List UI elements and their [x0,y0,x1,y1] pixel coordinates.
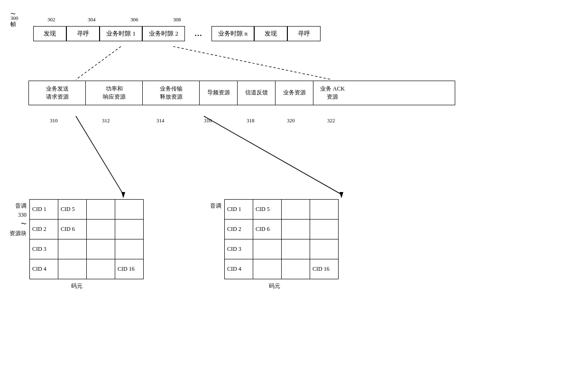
resource-box-312: 功率和响应资源 [86,81,143,105]
right-cell-3-2 [253,239,282,259]
frame-box-paging1: 寻呼 [66,26,100,41]
right-cell-2-4 [310,220,339,239]
left-cell-4-3 [87,259,115,279]
left-ref-330: 330 [18,211,27,220]
top-frame-row: 发现 寻呼 业务时隙 1 业务时隙 2 … 业务时隙 n 发现 寻呼 [33,26,321,41]
left-cell-1-3 [87,200,115,220]
right-cell-2-1: CID 2 [225,220,253,239]
left-cell-2-3 [87,220,115,239]
ref-tilde-frame: 〜 [10,10,16,18]
left-table-group: 音调 330 〜 资源块 CID 1 CID 5 CID 2 [9,199,144,290]
left-cell-2-1: CID 2 [30,220,58,239]
svg-line-4 [204,116,341,194]
resource-row-container: 业务发送请求资源 功率和响应资源 业务传输释放资源 导频资源 信道反馈 业务资源… [28,81,455,105]
resource-box-316: 导频资源 [200,81,238,105]
ref-312: 312 [102,118,110,123]
left-cell-3-4 [115,239,144,259]
left-tone-label: 音调 330 〜 资源块 [9,199,27,238]
svg-overlay [0,0,588,367]
ref-314: 314 [156,118,165,123]
svg-marker-3 [121,192,125,198]
right-cell-2-2: CID 6 [253,220,282,239]
right-tone-text: 音调 [210,202,221,211]
left-cell-4-1: CID 4 [30,259,58,279]
ref-316: 316 [204,118,212,123]
right-cell-4-2 [253,259,282,279]
ref-308: 308 [173,17,181,22]
right-table-footer: 码元 [269,282,280,290]
resource-box-310: 业务发送请求资源 [29,81,86,105]
resource-box-314: 业务传输释放资源 [143,81,200,105]
left-row-4: CID 4 CID 16 [30,259,144,279]
ref-310: 310 [50,118,58,123]
right-table-with-label: 音调 CID 1 CID 5 CID 2 CID 6 [210,199,339,279]
right-cell-1-3 [282,200,310,220]
right-table-group: 音调 CID 1 CID 5 CID 2 CID 6 [210,199,339,290]
left-cell-3-1: CID 3 [30,239,58,259]
right-cell-1-4 [310,200,339,220]
frame-box-slot2: 业务时隙 2 [142,26,185,41]
left-row-3: CID 3 [30,239,144,259]
left-tone-text: 音调 [15,202,27,211]
svg-line-1 [173,46,332,80]
left-cell-1-4 [115,200,144,220]
left-rb-text: 资源块 [9,229,27,238]
svg-marker-5 [340,192,343,198]
ref-304: 304 [88,17,96,22]
left-cell-2-4 [115,220,144,239]
svg-line-2 [76,116,123,194]
left-row-2: CID 2 CID 6 [30,220,144,239]
right-cell-4-3 [282,259,310,279]
ref-302: 302 [47,17,55,22]
left-cell-1-1: CID 1 [30,200,58,220]
right-cell-3-4 [310,239,339,259]
right-cell-2-3 [282,220,310,239]
ref-320: 320 [287,118,295,123]
left-cell-3-3 [87,239,115,259]
right-row-1: CID 1 CID 5 [225,200,339,220]
right-cell-3-1: CID 3 [225,239,253,259]
left-table-with-label: 音调 330 〜 资源块 CID 1 CID 5 CID 2 [9,199,144,279]
left-table-footer: 码元 [71,282,83,290]
right-cell-3-3 [282,239,310,259]
bottom-section: 音调 330 〜 资源块 CID 1 CID 5 CID 2 [9,199,579,290]
resource-box-318: 信道反馈 [238,81,276,105]
frame-box-slotn: 业务时隙 n [211,26,254,41]
frame-box-discovery2: 发现 [254,26,287,41]
frame-box-paging2: 寻呼 [287,26,321,41]
right-tone-label: 音调 [210,199,221,211]
ref-322: 322 [327,118,335,123]
left-cell-1-2: CID 5 [58,200,87,220]
right-grid-table: CID 1 CID 5 CID 2 CID 6 CID 3 [224,199,339,279]
left-cell-4-2 [58,259,87,279]
resource-box-320: 业务资源 [276,81,313,105]
right-cell-4-4: CID 16 [310,259,339,279]
resource-row: 业务发送请求资源 功率和响应资源 业务传输释放资源 导频资源 信道反馈 业务资源… [28,81,455,105]
right-cell-1-2: CID 5 [253,200,282,220]
right-cell-4-1: CID 4 [225,259,253,279]
ref-318: 318 [247,118,255,123]
left-cell-2-2: CID 6 [58,220,87,239]
right-row-2: CID 2 CID 6 [225,220,339,239]
ref-306: 306 [130,17,138,22]
left-tilde: 〜 [21,220,27,229]
left-cell-4-4: CID 16 [115,259,144,279]
right-cell-1-1: CID 1 [225,200,253,220]
frame-box-discovery1: 发现 [33,26,66,41]
frame-label: 帧 [10,20,16,28]
svg-line-0 [76,46,121,80]
left-cell-3-2 [58,239,87,259]
frame-box-slot1: 业务时隙 1 [100,26,142,41]
right-row-4: CID 4 CID 16 [225,259,339,279]
left-grid-table: CID 1 CID 5 CID 2 CID 6 CID 3 [29,199,144,279]
diagram-container: 300 〜 帧 302 304 306 308 发现 寻呼 业务时隙 1 业务时… [0,0,588,367]
ellipsis1: … [185,27,211,41]
right-row-3: CID 3 [225,239,339,259]
resource-box-322: 业务 ACK资源 [313,81,351,105]
left-row-1: CID 1 CID 5 [30,200,144,220]
